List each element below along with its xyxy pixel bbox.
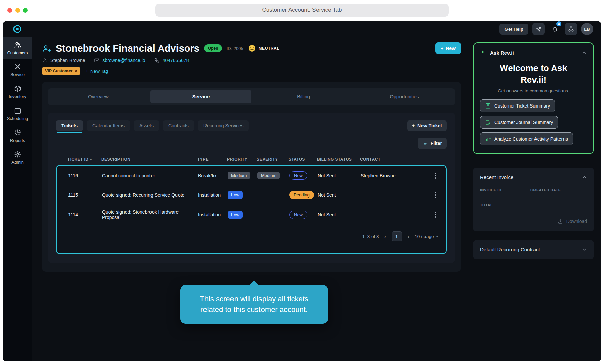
- page-number-button[interactable]: 1: [392, 231, 402, 241]
- default-recurring-contract-card: Default Recurring Contract: [473, 240, 594, 259]
- plus-icon: +: [86, 69, 88, 74]
- ask-revii-title: Ask Rev.ii: [490, 50, 514, 56]
- collapse-invoice-button[interactable]: [582, 175, 587, 180]
- sidebar-item-admin[interactable]: Admin: [3, 147, 32, 169]
- user-avatar[interactable]: LB: [581, 23, 593, 35]
- get-help-button[interactable]: Get Help: [499, 24, 528, 35]
- sidebar: Customers Service Inventory Scheduling: [3, 37, 32, 361]
- sort-caret-icon: ▾: [90, 158, 92, 161]
- notifications-button[interactable]: 4: [549, 23, 561, 35]
- customer-id: ID: 2005: [227, 46, 243, 51]
- created-date-label: CREATED DATE: [530, 188, 587, 192]
- table-row[interactable]: 1115 Quote signed: Recurring Service Quo…: [57, 185, 446, 205]
- app-logo: [13, 25, 22, 33]
- sidebar-item-service[interactable]: Service: [3, 59, 32, 81]
- neutral-face-icon: [248, 44, 256, 52]
- new-ticket-button[interactable]: + New Ticket: [407, 120, 447, 131]
- new-button[interactable]: + New: [435, 42, 461, 54]
- row-menu-button[interactable]: [431, 171, 440, 180]
- customer-ticket-summary-button[interactable]: Customer Ticket Summary: [480, 99, 555, 112]
- plus-icon: +: [441, 46, 443, 51]
- tooltip-text: This screen will display all tickets rel…: [200, 295, 308, 314]
- collapse-panel-button[interactable]: [582, 50, 587, 55]
- next-page-button[interactable]: ›: [407, 233, 409, 240]
- priority-badge: Low: [228, 211, 243, 219]
- sidebar-item-reports[interactable]: Reports: [3, 125, 32, 147]
- phone-link[interactable]: 4047655678: [163, 58, 189, 63]
- account-panel: Overview Service Billing Opportunities T…: [42, 82, 461, 272]
- journal-icon: [485, 119, 491, 125]
- tools-icon: [14, 63, 21, 70]
- sidebar-item-customers[interactable]: Customers: [3, 37, 32, 59]
- subtab-recurring-services[interactable]: Recurring Services: [198, 120, 249, 131]
- recent-invoice-title: Recent Invoice: [480, 174, 513, 180]
- column-priority: PRIORITY: [227, 157, 257, 162]
- gear-icon: [14, 151, 21, 158]
- column-status: STATUS: [289, 157, 317, 162]
- tab-service[interactable]: Service: [150, 90, 251, 103]
- ask-button-label: Analyze Customer Activity Patterns: [494, 136, 568, 142]
- customer-journal-summary-button[interactable]: Customer Journal Summary: [480, 116, 558, 129]
- tab-opportunities[interactable]: Opportunities: [354, 88, 455, 105]
- ticket-description[interactable]: Quote signed: Recurring Service Quote: [102, 192, 198, 198]
- page-size-select[interactable]: 10 / page ▾: [415, 234, 438, 239]
- subtab-contracts[interactable]: Contracts: [163, 120, 194, 131]
- column-billing-status: BILLING STATUS: [317, 157, 360, 162]
- ticket-type: Installation: [198, 192, 228, 198]
- table-row[interactable]: 1114 Quote signed: Stonebrook Hardware P…: [57, 205, 446, 224]
- billing-status: Not Sent: [318, 212, 361, 217]
- subtab-assets[interactable]: Assets: [134, 120, 159, 131]
- total-label: TOTAL: [480, 203, 587, 207]
- filter-button[interactable]: Filter: [418, 138, 447, 149]
- sidebar-item-scheduling[interactable]: Scheduling: [3, 103, 32, 125]
- column-contact: CONTACT: [360, 157, 424, 162]
- expand-contract-button[interactable]: [582, 247, 587, 252]
- pagination-range: 1–3 of 3: [362, 234, 379, 239]
- zoom-window-button[interactable]: [23, 8, 28, 13]
- billing-status: Not Sent: [318, 192, 361, 198]
- paper-plane-icon: [536, 26, 542, 32]
- subtab-calendar-items[interactable]: Calendar Items: [87, 120, 130, 131]
- kebab-icon: [435, 214, 436, 215]
- sitemap-icon: [568, 26, 574, 32]
- download-invoice-button[interactable]: Download: [480, 218, 587, 224]
- analyze-activity-patterns-button[interactable]: Analyze Customer Activity Patterns: [480, 132, 573, 145]
- table-row[interactable]: 1116 Cannot connect to printer Break/fix…: [57, 166, 446, 185]
- remove-tag-icon[interactable]: ×: [75, 69, 77, 73]
- sidebar-item-inventory[interactable]: Inventory: [3, 81, 32, 103]
- calendar-icon: [14, 107, 21, 114]
- customer-icon: [42, 44, 51, 53]
- tab-overview[interactable]: Overview: [48, 88, 149, 105]
- column-severity: SEVERITY: [257, 157, 289, 162]
- customers-icon: [14, 41, 21, 49]
- page-size-value: 10 / page: [415, 234, 434, 239]
- tab-billing[interactable]: Billing: [253, 88, 354, 105]
- ask-button-label: Customer Journal Summary: [494, 120, 553, 125]
- subtab-tickets[interactable]: Tickets: [56, 120, 83, 131]
- pagination: 1–3 of 3 ‹ 1 › 10 / page ▾: [57, 224, 446, 253]
- send-button[interactable]: [532, 23, 545, 35]
- new-tag-label: New Tag: [90, 69, 108, 74]
- main-content: Stonebrook Financial Advisors Open ID: 2…: [32, 37, 472, 361]
- analytics-icon: [485, 136, 491, 142]
- ticket-description[interactable]: Quote signed: Stonebrook Hardware Propos…: [102, 209, 198, 220]
- sparkle-icon: [480, 49, 487, 56]
- previous-page-button[interactable]: ‹: [384, 233, 386, 240]
- column-ticket-id[interactable]: TICKET ID▾: [67, 157, 101, 162]
- filter-label: Filter: [431, 141, 442, 146]
- new-tag-button[interactable]: + New Tag: [86, 69, 108, 74]
- row-menu-button[interactable]: [431, 210, 440, 219]
- org-switcher-button[interactable]: [565, 23, 577, 35]
- ticket-description-link[interactable]: Cannot connect to printer: [102, 173, 198, 178]
- ask-button-label: Customer Ticket Summary: [494, 103, 550, 109]
- close-window-button[interactable]: [7, 8, 12, 13]
- sidebar-item-label: Admin: [11, 160, 23, 165]
- ticket-type: Installation: [198, 212, 228, 217]
- sidebar-item-label: Service: [10, 72, 25, 77]
- minimize-window-button[interactable]: [15, 8, 20, 13]
- ticket-id: 1115: [68, 192, 102, 198]
- row-menu-button[interactable]: [431, 191, 440, 200]
- email-link[interactable]: sbrowne@finance.io: [103, 58, 145, 63]
- sidebar-item-label: Customers: [7, 51, 28, 55]
- customer-header: Stonebrook Financial Advisors Open ID: 2…: [42, 42, 461, 75]
